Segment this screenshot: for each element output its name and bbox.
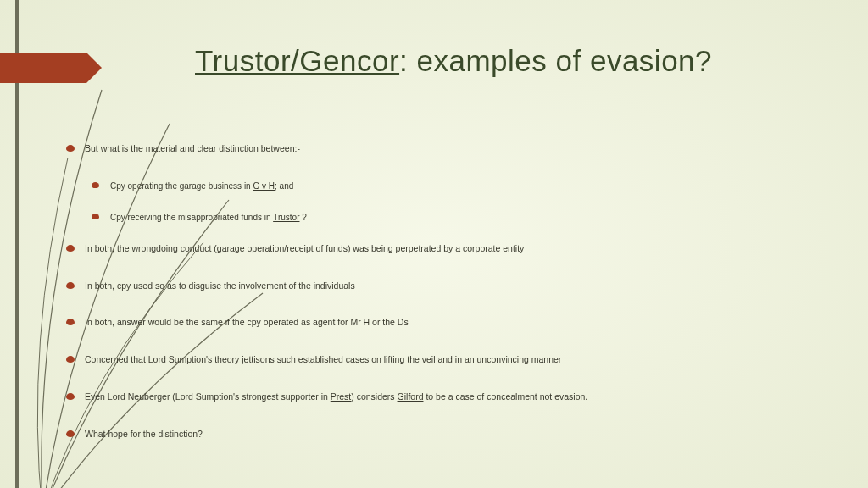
- bullet-1b-post: ?: [299, 213, 306, 222]
- bullet-1: But what is the material and clear disti…: [66, 142, 829, 156]
- bullet-5-text: Concerned that Lord Sumption's theory je…: [85, 354, 561, 364]
- bullet-6-mid: ) considers: [351, 391, 397, 402]
- title-underlined: Trustor/Gencor: [195, 44, 399, 77]
- bullet-1b-underline: Trustor: [273, 213, 299, 222]
- bullet-6: Even Lord Neuberger (Lord Sumption's str…: [66, 391, 829, 404]
- bullet-6-u2: Gilford: [398, 391, 424, 402]
- bullet-2: In both, the wrongdoing conduct (garage …: [66, 242, 829, 256]
- bullet-3-text: In both, cpy used so as to disguise the …: [85, 280, 355, 291]
- bullet-5: Concerned that Lord Sumption's theory je…: [66, 353, 829, 367]
- bullet-1b-pre: Cpy receiving the misappropriated funds …: [110, 213, 273, 222]
- bullet-2-text: In both, the wrongdoing conduct (garage …: [85, 243, 524, 253]
- bullet-1a-post: ; and: [275, 181, 293, 191]
- bullet-1b: Cpy receiving the misappropriated funds …: [92, 211, 829, 224]
- bullet-7: What hope for the distinction?: [66, 428, 829, 441]
- bullet-6-u1: Prest: [331, 391, 352, 402]
- bullet-3: In both, cpy used so as to disguise the …: [66, 280, 829, 293]
- bullet-4-text: In both, answer would be the same if the…: [85, 317, 409, 327]
- title-arrow: [0, 53, 102, 83]
- title-rest: : examples of evasion?: [399, 44, 712, 77]
- bullet-1a: Cpy operating the garage business in G v…: [92, 180, 829, 192]
- slide-title: Trustor/Gencor: examples of evasion?: [195, 44, 712, 78]
- bullet-6-post: to be a case of concealment not evasion.: [423, 391, 587, 402]
- content-area: But what is the material and clear disti…: [66, 142, 829, 464]
- bullet-1-text: But what is the material and clear disti…: [85, 143, 300, 153]
- bullet-4: In both, answer would be the same if the…: [66, 316, 829, 330]
- bullet-6-pre: Even Lord Neuberger (Lord Sumption's str…: [85, 391, 331, 402]
- bullet-1a-underline: G v H: [253, 181, 275, 191]
- bullet-1a-pre: Cpy operating the garage business in: [110, 181, 253, 191]
- bullet-7-text: What hope for the distinction?: [85, 429, 203, 439]
